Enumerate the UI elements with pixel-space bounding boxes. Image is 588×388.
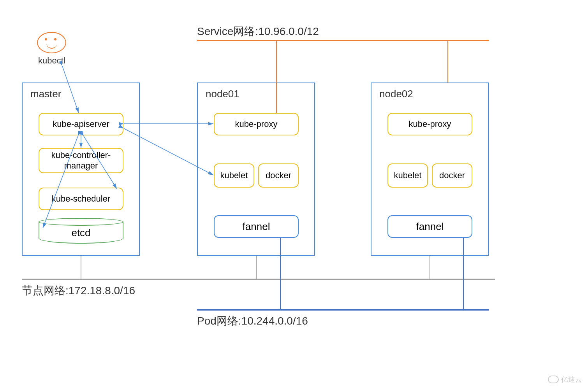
node02-flannel-box: fannel bbox=[387, 215, 472, 238]
kubectl-label: kubectl bbox=[38, 56, 65, 66]
node-network-line bbox=[22, 279, 495, 280]
node02-title: node02 bbox=[379, 88, 413, 100]
watermark-text: 亿速云 bbox=[561, 375, 582, 384]
node-network-label: 节点网络:172.18.8.0/16 bbox=[22, 283, 135, 298]
node01-kubelet-box: kubelet bbox=[214, 163, 254, 188]
kube-controller-box: kube-controller-manager bbox=[39, 148, 123, 173]
watermark-icon bbox=[548, 376, 559, 383]
service-network-line bbox=[197, 40, 489, 41]
diagram-canvas: Service网络:10.96.0.0/12 节点网络:172.18.8.0/1… bbox=[0, 0, 588, 388]
node02-kubelet-box: kubelet bbox=[387, 163, 428, 188]
node01-flannel-box: fannel bbox=[214, 215, 299, 238]
node01-title: node01 bbox=[206, 88, 239, 100]
master-title: master bbox=[30, 88, 61, 100]
service-network-label: Service网络:10.96.0.0/12 bbox=[197, 24, 319, 39]
etcd-cylinder: etcd bbox=[39, 222, 123, 244]
pod-network-line bbox=[197, 309, 489, 311]
node01-kubeproxy-box: kube-proxy bbox=[214, 113, 299, 135]
node02-docker-box: docker bbox=[432, 163, 472, 188]
kube-scheduler-box: kube-scheduler bbox=[39, 188, 123, 210]
kube-apiserver-box: kube-apiserver bbox=[39, 113, 123, 135]
node01-docker-box: docker bbox=[258, 163, 299, 188]
pod-network-label: Pod网络:10.244.0.0/16 bbox=[197, 314, 308, 328]
node02-kubeproxy-box: kube-proxy bbox=[387, 113, 472, 135]
watermark: 亿速云 bbox=[548, 375, 582, 384]
kubectl-user-icon bbox=[37, 32, 66, 53]
etcd-label: etcd bbox=[39, 227, 123, 239]
